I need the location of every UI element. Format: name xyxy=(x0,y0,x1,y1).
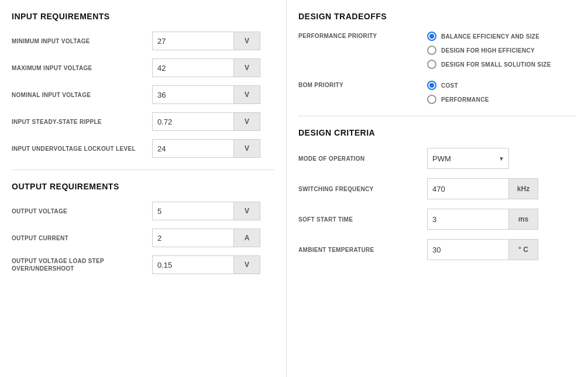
input-ripple-label: INPUT STEADY-STATE RIPPLE xyxy=(12,118,152,126)
soft-start-time-label: SOFT START TIME xyxy=(298,216,427,223)
mode-of-operation-row: MODE OF OPERATIONPWMPFMAuto▼ xyxy=(298,148,576,169)
performance-radio-label-1: DESIGN FOR HIGH EFFICIENCY xyxy=(441,47,535,54)
max-input-voltage-label: MAXIMUM INPUT VOLTAGE xyxy=(12,64,152,72)
nominal-input-voltage-input[interactable] xyxy=(152,85,234,104)
input-ripple-unit: V xyxy=(234,112,260,131)
min-input-voltage-unit: V xyxy=(234,32,260,50)
ambient-temperature-label: AMBIENT TEMPERATURE xyxy=(298,247,427,253)
performance-radio-group: BALANCE EFFICIENCY AND SIZEDESIGN FOR HI… xyxy=(427,32,551,69)
nominal-input-voltage-row: NOMINAL INPUT VOLTAGEV xyxy=(12,85,274,104)
performance-radio-circle-0 xyxy=(427,32,436,41)
soft-start-time-unit: ms xyxy=(509,209,538,230)
ambient-temperature-unit: ° C xyxy=(509,239,538,260)
switching-frequency-label: SWITCHING FREQUENCY xyxy=(298,186,427,192)
output-current-row: OUTPUT CURRENTA xyxy=(12,229,274,247)
switching-frequency-unit: kHz xyxy=(509,178,538,199)
soft-start-time-row: SOFT START TIMEms xyxy=(298,209,576,230)
performance-radio-1[interactable]: DESIGN FOR HIGH EFFICIENCY xyxy=(427,46,551,55)
soft-start-time-input[interactable] xyxy=(427,209,509,230)
bom-priority-label: BOM PRIORITY xyxy=(298,81,427,88)
output-current-unit: A xyxy=(234,229,260,247)
input-uvlo-row: INPUT UNDERVOLTAGE LOCKOUT LEVELV xyxy=(12,139,274,158)
performance-radio-circle-2 xyxy=(427,60,436,69)
min-input-voltage-label: MINIMUM INPUT VOLTAGE xyxy=(12,37,152,45)
performance-radio-label-2: DESIGN FOR SMALL SOLUTION SIZE xyxy=(441,61,551,68)
performance-radio-0[interactable]: BALANCE EFFICIENCY AND SIZE xyxy=(427,32,551,41)
output-load-step-unit: V xyxy=(234,255,260,274)
switching-frequency-input[interactable] xyxy=(427,178,509,199)
performance-radio-label-0: BALANCE EFFICIENCY AND SIZE xyxy=(441,33,539,40)
input-divider xyxy=(12,170,274,170)
bom-radio-circle-1 xyxy=(427,95,436,104)
output-voltage-input[interactable] xyxy=(152,202,234,220)
min-input-voltage-row: MINIMUM INPUT VOLTAGEV xyxy=(12,32,274,50)
max-input-voltage-row: MAXIMUM INPUT VOLTAGEV xyxy=(12,58,274,77)
input-uvlo-unit: V xyxy=(234,139,260,158)
input-ripple-input[interactable] xyxy=(152,112,234,131)
output-voltage-row: OUTPUT VOLTAGEV xyxy=(12,202,274,220)
performance-priority-row: PERFORMANCE PRIORITY BALANCE EFFICIENCY … xyxy=(298,32,576,69)
output-voltage-label: OUTPUT VOLTAGE xyxy=(12,207,152,215)
bom-radio-group: COSTPERFORMANCE xyxy=(427,81,489,104)
output-section-title: OUTPUT REQUIREMENTS xyxy=(12,182,274,191)
left-panel: INPUT REQUIREMENTS MINIMUM INPUT VOLTAGE… xyxy=(0,0,287,377)
performance-radio-circle-1 xyxy=(427,46,436,55)
output-current-input[interactable] xyxy=(152,229,234,247)
performance-radio-2[interactable]: DESIGN FOR SMALL SOLUTION SIZE xyxy=(427,60,551,69)
tradeoffs-title: DESIGN TRADEOFFS xyxy=(298,12,576,21)
bom-radio-label-1: PERFORMANCE xyxy=(441,96,489,103)
nominal-input-voltage-unit: V xyxy=(234,85,260,104)
input-uvlo-label: INPUT UNDERVOLTAGE LOCKOUT LEVEL xyxy=(12,145,152,153)
nominal-input-voltage-label: NOMINAL INPUT VOLTAGE xyxy=(12,91,152,99)
bom-radio-0[interactable]: COST xyxy=(427,81,489,90)
ambient-temperature-row: AMBIENT TEMPERATURE° C xyxy=(298,239,576,260)
max-input-voltage-input[interactable] xyxy=(152,58,234,77)
right-panel: DESIGN TRADEOFFS PERFORMANCE PRIORITY BA… xyxy=(287,0,588,377)
criteria-title: DESIGN CRITERIA xyxy=(298,128,576,137)
mode-of-operation-select[interactable]: PWMPFMAuto xyxy=(427,148,509,169)
output-load-step-label: OUTPUT VOLTAGE LOAD STEP OVER/UNDERSHOOT xyxy=(12,257,152,272)
mode-of-operation-label: MODE OF OPERATION xyxy=(298,155,427,162)
max-input-voltage-unit: V xyxy=(234,58,260,77)
performance-priority-label: PERFORMANCE PRIORITY xyxy=(298,32,427,39)
bom-radio-circle-0 xyxy=(427,81,436,90)
output-load-step-input[interactable] xyxy=(152,255,234,274)
bom-radio-label-0: COST xyxy=(441,82,458,89)
mode-of-operation-select-wrapper: PWMPFMAuto▼ xyxy=(427,148,509,169)
switching-frequency-row: SWITCHING FREQUENCYkHz xyxy=(298,178,576,199)
right-divider xyxy=(298,116,576,116)
output-current-label: OUTPUT CURRENT xyxy=(12,234,152,242)
min-input-voltage-input[interactable] xyxy=(152,32,234,50)
output-load-step-row: OUTPUT VOLTAGE LOAD STEP OVER/UNDERSHOOT… xyxy=(12,255,274,274)
ambient-temperature-input[interactable] xyxy=(427,239,509,260)
bom-radio-1[interactable]: PERFORMANCE xyxy=(427,95,489,104)
output-voltage-unit: V xyxy=(234,202,260,220)
input-uvlo-input[interactable] xyxy=(152,139,234,158)
input-ripple-row: INPUT STEADY-STATE RIPPLEV xyxy=(12,112,274,131)
input-section-title: INPUT REQUIREMENTS xyxy=(12,12,274,21)
bom-priority-row: BOM PRIORITY COSTPERFORMANCE xyxy=(298,81,576,104)
